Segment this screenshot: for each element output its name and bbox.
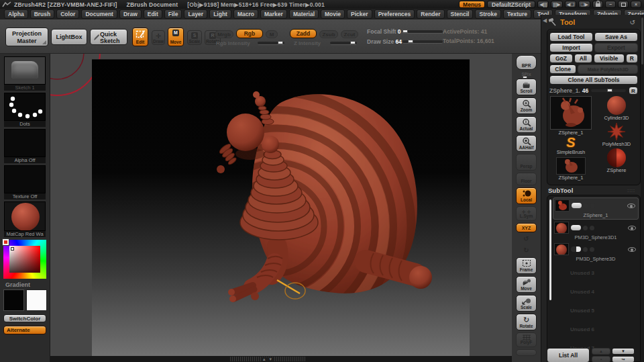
- subtool-palette-header[interactable]: SubTool ::::: [548, 187, 641, 194]
- z-rotate-icon[interactable]: ↻: [516, 246, 537, 255]
- menu-texture[interactable]: Texture: [503, 9, 531, 19]
- menu-stroke[interactable]: Stroke: [475, 9, 500, 19]
- aahalf-button[interactable]: AAHalf: [516, 135, 537, 152]
- tray-divider-handle[interactable]: ▲ ▼: [230, 357, 305, 361]
- m-button[interactable]: M: [266, 30, 278, 38]
- menu-alpha[interactable]: Alpha: [4, 9, 28, 19]
- goz-visible-button[interactable]: Visible: [594, 54, 625, 63]
- tray-collapse-icon[interactable]: ◀: [543, 17, 547, 24]
- subtool-scrollbar[interactable]: [549, 199, 551, 300]
- menu-draw[interactable]: Draw: [119, 9, 142, 19]
- scroll-button[interactable]: Scroll: [516, 79, 537, 95]
- displacement-toggle-icon[interactable]: [590, 226, 594, 230]
- polypaint-toggle-icon[interactable]: [572, 203, 582, 208]
- transp-button-partial[interactable]: [516, 349, 537, 356]
- zbrush-document[interactable]: [92, 59, 470, 356]
- menus-button[interactable]: Menus: [459, 1, 485, 8]
- move-mode-button[interactable]: M Move: [168, 28, 184, 46]
- make-polymesh3d-button[interactable]: Make PolyMesh3D: [578, 64, 638, 74]
- menu-stencil[interactable]: Stencil: [447, 9, 474, 19]
- menu-light[interactable]: Light: [209, 9, 231, 19]
- menu-marker[interactable]: Marker: [260, 9, 287, 19]
- subtool-insert-button[interactable]: ↪: [612, 356, 635, 362]
- zsub-button[interactable]: Zsub: [319, 30, 338, 38]
- goz-r-button[interactable]: R: [626, 54, 638, 63]
- rgb-intensity-slider[interactable]: [258, 42, 284, 45]
- doc-scroll-left-icon[interactable]: ◀❏: [565, 1, 577, 8]
- projection-master-button[interactable]: Projection Master: [5, 28, 48, 46]
- polypaint-toggle-icon[interactable]: [571, 225, 581, 230]
- list-all-button[interactable]: List All: [547, 348, 590, 362]
- tool-item-zsphere1-selected[interactable]: [550, 96, 592, 130]
- polyf-button[interactable]: PolyF: [516, 332, 537, 347]
- y-rotate-icon[interactable]: ↺: [516, 234, 537, 244]
- focal-shift-slider[interactable]: [402, 30, 443, 34]
- bpr-button[interactable]: BPR: [516, 55, 537, 70]
- subtool-item-pm3d-sphere3d[interactable]: PM3D_Sphere3D: [553, 242, 639, 263]
- mrgb-button[interactable]: Mrgb: [215, 30, 233, 38]
- uv-toggle-icon[interactable]: [583, 226, 588, 230]
- menu-brush[interactable]: Brush: [30, 9, 55, 19]
- uv-toggle-icon[interactable]: [583, 247, 588, 252]
- menu-macro[interactable]: Macro: [233, 9, 258, 19]
- zcut-button[interactable]: Zcut: [341, 30, 358, 38]
- edit-mode-button[interactable]: Edit: [132, 28, 148, 46]
- menu-document[interactable]: Document: [81, 9, 117, 19]
- reset-icon[interactable]: ↺: [630, 19, 635, 26]
- tool-item-zsphere1-small[interactable]: [556, 157, 586, 175]
- polypaint-toggle-icon[interactable]: [571, 246, 581, 252]
- draw-size-slider[interactable]: [402, 40, 443, 44]
- tool-item-cylinder3d[interactable]: [607, 96, 626, 115]
- current-texture-slot[interactable]: Texture Off: [4, 165, 46, 199]
- color-picker[interactable]: [3, 240, 46, 279]
- minimize-button[interactable]: −: [605, 1, 616, 8]
- menu-file[interactable]: File: [164, 9, 182, 19]
- default-zscript-button[interactable]: DefaultZScript: [487, 1, 535, 8]
- subtool-item-zsphere1[interactable]: ZSphere_1: [553, 197, 639, 220]
- frame-button[interactable]: Frame: [516, 257, 537, 274]
- subtool-up-button[interactable]: ▲: [592, 348, 610, 355]
- tool-item-simplebrush[interactable]: S: [566, 136, 575, 149]
- menu-edit[interactable]: Edit: [144, 9, 162, 19]
- load-tool-button[interactable]: Load Tool: [549, 32, 593, 42]
- tool-item-polymesh3d[interactable]: [606, 122, 627, 141]
- tool-r-button[interactable]: R: [629, 87, 638, 95]
- export-button[interactable]: Export: [594, 43, 638, 52]
- right-tray-scrollbar[interactable]: [641, 15, 644, 362]
- lock-icon[interactable]: [592, 1, 603, 8]
- restore-button[interactable]: [618, 1, 629, 8]
- tool-palette-header[interactable]: Tool ↺: [548, 16, 641, 28]
- goz-button[interactable]: GoZ: [549, 54, 573, 63]
- menu-material[interactable]: Material: [289, 9, 319, 19]
- doc-scroll-right-icon[interactable]: ❏▶: [578, 1, 590, 8]
- xyz-button[interactable]: XYZ: [516, 223, 537, 232]
- eye-icon[interactable]: [628, 226, 636, 230]
- actual-button[interactable]: Actual: [516, 116, 537, 133]
- close-button[interactable]: ×: [631, 1, 641, 8]
- displacement-toggle-icon[interactable]: [590, 203, 595, 208]
- move-3d-button[interactable]: Move: [516, 276, 537, 293]
- zoom-button[interactable]: Zoom: [516, 97, 537, 114]
- draw-mode-button[interactable]: ✛ Draw: [152, 30, 165, 45]
- uv-toggle-icon[interactable]: [584, 203, 588, 208]
- subtool-item-pm3d-sphere3d1[interactable]: PM3D_Sphere3D1: [553, 220, 639, 241]
- eye-icon[interactable]: [627, 203, 635, 208]
- menu-layer[interactable]: Layer: [184, 9, 207, 19]
- clone-all-subtools-button[interactable]: Clone All SubTools: [549, 75, 638, 85]
- tray-scroll-right-icon[interactable]: |||▶: [551, 1, 562, 8]
- save-as-button[interactable]: Save As: [594, 32, 638, 42]
- lsym-button[interactable]: ✛ ✛ L.Sym: [516, 206, 537, 221]
- goz-all-button[interactable]: All: [574, 54, 592, 63]
- main-color-swatch[interactable]: [3, 289, 24, 311]
- rotate-3d-button[interactable]: ↻ Rotate: [516, 314, 537, 330]
- tool-item-zsphere[interactable]: [607, 148, 626, 167]
- tray-scroll-left-icon[interactable]: ◀|||: [537, 1, 549, 8]
- import-button[interactable]: Import: [549, 43, 593, 52]
- scale-3d-button[interactable]: Scale: [516, 295, 537, 312]
- switch-color-button[interactable]: SwitchColor: [3, 314, 46, 322]
- active-tool-slider[interactable]: ZSphere_1.46 R: [549, 86, 638, 95]
- menu-picker[interactable]: Picker: [347, 9, 372, 19]
- rgb-button[interactable]: Rgb: [236, 29, 263, 38]
- local-button[interactable]: Local: [516, 187, 537, 204]
- z-intensity-slider[interactable]: [330, 42, 357, 45]
